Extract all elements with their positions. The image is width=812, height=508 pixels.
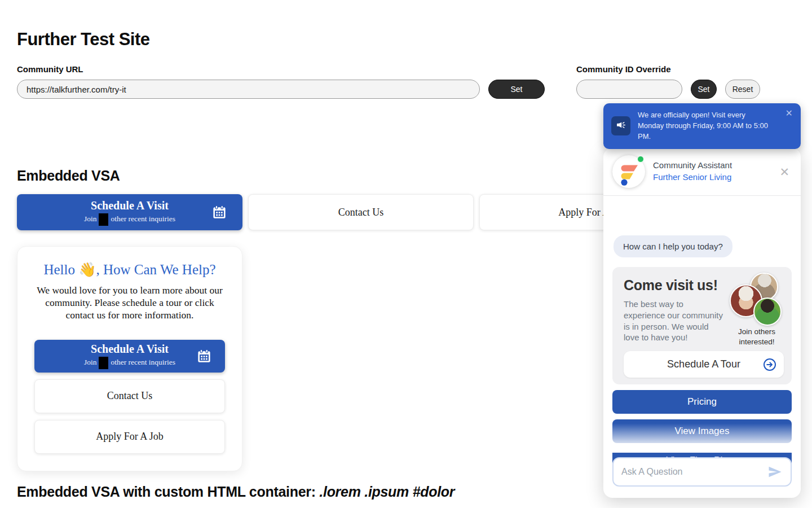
community-id-set-button[interactable]: Set [691, 80, 717, 99]
send-icon[interactable] [767, 464, 783, 480]
calendar-icon [211, 204, 228, 221]
chat-body: How can I help you today? Come visit us!… [603, 196, 801, 498]
card-schedule-visit-button[interactable]: Schedule A Visit Joinother recent inquir… [34, 340, 225, 373]
schedule-tour-button[interactable]: Schedule A Tour [624, 351, 784, 378]
community-name-link[interactable]: Further Senior Living [653, 172, 731, 182]
calendar-icon [196, 348, 213, 365]
arrow-circle-icon [763, 358, 776, 371]
config-form-row: Community URL Set Community ID Override … [17, 64, 795, 99]
card-apply-job-button[interactable]: Apply For A Job [34, 420, 225, 454]
chat-titles: Community Assistant Further Senior Livin… [653, 159, 732, 183]
further-logo-icon [612, 155, 645, 188]
chat-close-icon[interactable]: ✕ [777, 164, 792, 180]
schedule-visit-button[interactable]: Schedule A Visit Joinother recent inquir… [17, 194, 242, 230]
quick-action-pricing[interactable]: Pricing [612, 390, 792, 414]
come-visit-body: The best way to experience our community… [624, 299, 725, 343]
announcement-banner: We are officially open! Visit every Mond… [603, 103, 801, 149]
hello-card-body: We would love for you to learn more abou… [34, 284, 225, 322]
megaphone-icon [611, 116, 630, 135]
come-visit-card: Come visit us! The best way to experienc… [612, 267, 792, 384]
community-id-reset-button[interactable]: Reset [725, 80, 760, 99]
contact-us-button[interactable]: Contact Us [248, 194, 474, 230]
hello-card-heading: Hello 👋, How Can We Help? [34, 261, 225, 278]
community-id-group: Community ID Override Set Reset [576, 64, 762, 99]
avatars-caption: Join others interested! [730, 327, 784, 347]
page-title: Further Test Site [17, 29, 795, 50]
card-contact-us-button[interactable]: Contact Us [34, 379, 225, 413]
announcement-text: We are officially open! Visit every Mond… [638, 110, 769, 142]
quick-action-view-images[interactable]: View Images [612, 419, 792, 443]
hello-card: Hello 👋, How Can We Help? We would love … [17, 246, 242, 471]
schedule-visit-title: Schedule A Visit [91, 199, 169, 212]
come-visit-heading: Come visit us! [624, 277, 725, 294]
schedule-visit-subtitle: Joinother recent inquiries [84, 213, 175, 226]
community-url-input[interactable] [17, 80, 480, 99]
visitor-avatars [730, 273, 782, 323]
community-url-group: Community URL Set [17, 64, 545, 99]
community-url-set-button[interactable]: Set [488, 80, 545, 99]
redacted-count [99, 213, 108, 226]
redacted-count [99, 357, 108, 369]
banner-close-icon[interactable]: ✕ [785, 109, 793, 118]
online-status-dot [637, 156, 644, 163]
community-id-input[interactable] [576, 80, 682, 99]
community-url-label: Community URL [17, 64, 545, 74]
community-id-label: Community ID Override [576, 64, 762, 74]
avatar [753, 297, 782, 326]
ask-question-input[interactable] [621, 467, 767, 477]
chat-widget: Community Assistant Further Senior Livin… [603, 148, 801, 498]
custom-container-selector: .lorem .ipsum #dolor [319, 484, 454, 500]
assistant-name: Community Assistant [653, 159, 732, 171]
ask-question-row [612, 457, 792, 487]
assistant-greeting-bubble: How can I help you today? [614, 235, 732, 257]
chat-header: Community Assistant Further Senior Livin… [603, 148, 801, 196]
